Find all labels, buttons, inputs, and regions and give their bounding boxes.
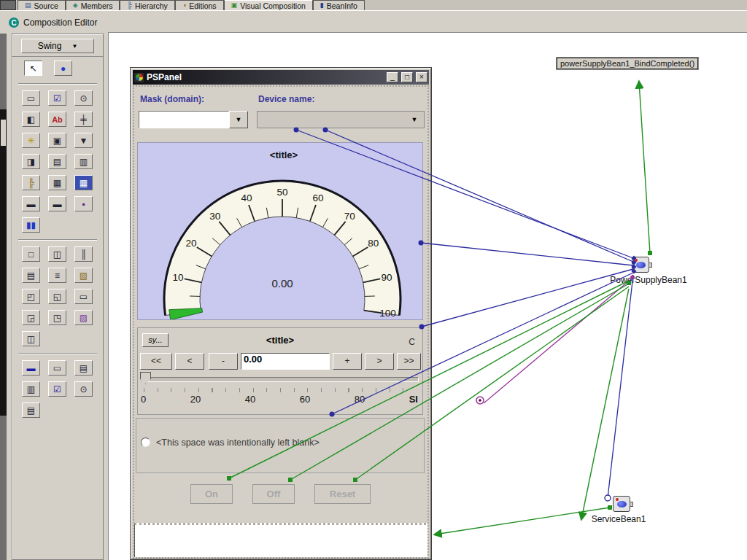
palette-slider[interactable]: ╪	[74, 112, 93, 127]
slider-tick-labels: 020406080SI	[141, 394, 418, 405]
palette-combo-box[interactable]: ▼	[74, 133, 93, 148]
palette-menu[interactable]: ▥	[22, 381, 40, 397]
palette-list-box[interactable]: ▥	[74, 154, 93, 169]
pspanel-titlebar[interactable]: PSPanel _ □ ×	[133, 70, 429, 85]
svg-text:70: 70	[344, 211, 355, 222]
palette-desktop-pane[interactable]: ▭	[74, 289, 93, 304]
palette-window[interactable]: ▬	[22, 360, 40, 376]
palette-check-box[interactable]: ☑	[48, 90, 66, 106]
layered-pane-icon: ◫	[27, 334, 35, 344]
palette-table[interactable]: ▦	[48, 175, 66, 190]
tab-visual-composition[interactable]: ▣Visual Composition	[224, 0, 313, 10]
palette-editor-pane[interactable]: ▧	[74, 268, 93, 283]
palette-frame[interactable]: ◲	[22, 310, 40, 325]
fast-decrement-button[interactable]: <<	[140, 353, 172, 370]
maximize-button[interactable]: □	[401, 72, 413, 82]
desktop-pane-icon: ▭	[80, 292, 88, 302]
palette-password-field[interactable]: ✳	[22, 133, 40, 148]
slider-thumb[interactable]	[140, 372, 151, 384]
frame-icon: ◲	[27, 313, 35, 323]
palette-internal-frame[interactable]: ◱	[48, 289, 66, 304]
device-combo-arrow-icon[interactable]: ▼	[405, 111, 424, 128]
tab-editions[interactable]: ◑Editions	[175, 0, 224, 10]
decrement-button[interactable]: <	[175, 353, 204, 370]
palette-grid[interactable]: ▦	[74, 175, 93, 190]
tab-beaninfo[interactable]: ▮BeanInfo	[313, 0, 365, 10]
palette-text-area[interactable]: ≡	[48, 268, 66, 283]
tab-label: BeanInfo	[327, 1, 357, 10]
plus-button[interactable]: +	[333, 353, 362, 370]
text-area-icon: ≡	[55, 271, 60, 281]
palette-toolbar[interactable]: ▬	[22, 196, 40, 211]
palette-radio-menu-item[interactable]: ⊙	[74, 381, 93, 397]
left-window-edge	[0, 34, 7, 560]
palette-split-pane[interactable]: ◫	[48, 246, 66, 262]
palette-tabbed-pane[interactable]: ▤	[22, 268, 40, 283]
palette-scroll-pane[interactable]: ◰	[22, 289, 40, 304]
palette-selection-tool[interactable]: ↖	[24, 61, 42, 76]
palette-menu-item[interactable]: ▤	[22, 402, 40, 418]
palette-layered-pane[interactable]: ◫	[22, 331, 40, 346]
message-text-area[interactable]	[134, 523, 429, 559]
mask-domain-input[interactable]	[139, 111, 229, 128]
slider-track[interactable]	[142, 377, 419, 382]
svg-text:80: 80	[368, 238, 379, 249]
reset-button[interactable]: Reset	[314, 484, 371, 504]
palette-toggle-button[interactable]: ◧	[22, 112, 40, 127]
palette-category-dropdown[interactable]: Swing ▼	[21, 39, 94, 53]
palette-choose-bean[interactable]: ●	[54, 61, 72, 76]
minus-button[interactable]: -	[209, 353, 238, 370]
bean-servicebean1[interactable]: ServiceBean1	[584, 496, 654, 524]
device-name-combo[interactable]: ▼	[257, 111, 425, 128]
mask-combo-arrow-icon[interactable]: ▼	[229, 111, 248, 128]
palette-menu-bar[interactable]: ▭	[48, 360, 66, 376]
palette-progress-bar[interactable]: ▮▮	[22, 217, 40, 233]
label-icon: Ab	[52, 115, 63, 124]
tab-hierarchy[interactable]: ╠Hierarchy	[120, 0, 174, 10]
tab-members[interactable]: ◈Members	[66, 0, 120, 10]
svg-text:60: 60	[312, 192, 323, 203]
palette-dialog[interactable]: ◳	[48, 310, 66, 325]
blank-radio-button[interactable]	[141, 438, 150, 447]
palette-popup-menu[interactable]: ▤	[74, 360, 93, 376]
palette-panel[interactable]: □	[22, 246, 40, 262]
palette-tool-window[interactable]: ▬	[48, 196, 66, 211]
palette-column-pane[interactable]: ║	[74, 246, 93, 262]
increment-button[interactable]: >	[365, 353, 394, 370]
minimize-button[interactable]: _	[387, 72, 398, 82]
device-name-label: Device name:	[258, 94, 314, 104]
tab-source[interactable]: ▤Source	[18, 0, 66, 10]
check-menu-item-icon: ☑	[53, 384, 61, 394]
slider-tick-label: 20	[190, 394, 201, 405]
popup-menu-icon: ▤	[80, 363, 88, 373]
pspanel-window[interactable]: PSPanel _ □ × Mask (domain): Device name…	[130, 67, 432, 560]
tree-icon: ╠	[28, 178, 34, 188]
close-button[interactable]: ×	[416, 72, 427, 82]
palette-text-field[interactable]: ▣	[48, 133, 66, 148]
palette-list[interactable]: ▤	[48, 154, 66, 169]
split-pane-icon: ◫	[53, 249, 61, 260]
off-button[interactable]: Off	[252, 484, 295, 504]
meter-panel[interactable]: 0102030405060708090100<title>0.00	[137, 142, 423, 320]
slider-tick-label: 80	[355, 394, 365, 405]
event-method-label[interactable]: powerSupplyBean1_BindCompleted()	[557, 58, 698, 69]
palette-check-menu-item[interactable]: ☑	[48, 381, 66, 397]
choose-bean-icon: ●	[61, 63, 66, 74]
button-icon: ▭	[27, 93, 35, 104]
bean-powersupplybean1[interactable]: PowerSupplyBean1	[608, 257, 689, 285]
palette-button[interactable]: ▭	[22, 90, 40, 106]
fast-increment-button[interactable]: >>	[397, 353, 421, 370]
on-button[interactable]: On	[190, 484, 233, 504]
spinner-icon: ◨	[27, 157, 35, 167]
visual-composition-icon: ▣	[231, 2, 238, 9]
palette-applet[interactable]: ▨	[74, 310, 93, 325]
palette-label[interactable]: Ab	[48, 112, 66, 127]
bean-icon	[632, 257, 649, 273]
palette-spinner[interactable]: ◨	[22, 154, 40, 169]
palette-separator[interactable]: ▪	[74, 196, 93, 211]
value-field[interactable]: 0.00	[241, 353, 330, 370]
mask-domain-combo[interactable]: ▼	[139, 111, 248, 128]
slider-tick-label: 0	[141, 394, 146, 405]
palette-radio-button[interactable]: ⊙	[74, 90, 93, 106]
palette-tree[interactable]: ╠	[22, 175, 40, 190]
